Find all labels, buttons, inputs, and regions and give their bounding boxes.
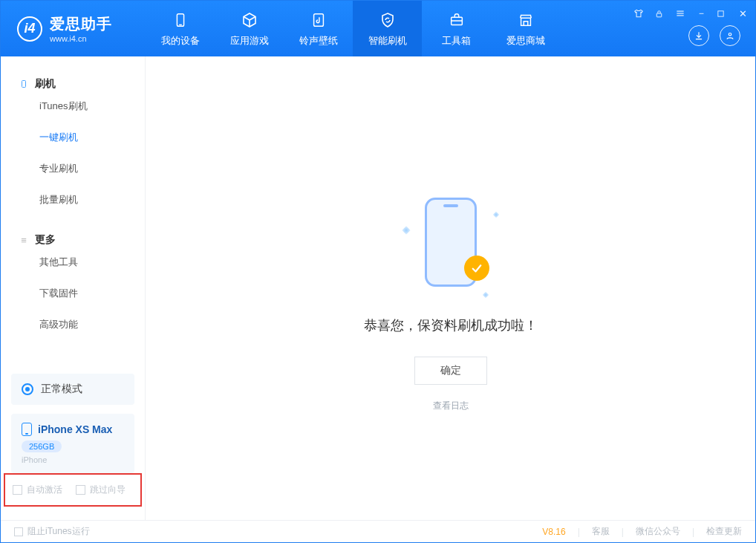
list-small-icon: ≡ xyxy=(19,235,29,246)
device-card[interactable]: iPhone XS Max 256GB iPhone xyxy=(11,414,134,473)
tab-label: 应用游戏 xyxy=(230,34,269,48)
checkbox-label: 阻止iTunes运行 xyxy=(27,525,90,538)
checkbox-label: 跳过向导 xyxy=(90,484,126,496)
store-icon xyxy=(516,10,535,30)
device-name: iPhone XS Max xyxy=(38,423,112,435)
lock-icon[interactable] xyxy=(654,9,665,19)
sidebar-group-title: 更多 xyxy=(35,233,56,247)
device-model: iPhone xyxy=(22,455,124,464)
mode-label: 正常模式 xyxy=(41,383,82,396)
logo-icon: i4 xyxy=(17,16,42,42)
app-title: 爱思助手 xyxy=(50,14,112,34)
separator: | xyxy=(692,527,694,537)
checkbox-label: 自动激活 xyxy=(27,484,62,496)
sidebar: 刷机 iTunes刷机 一键刷机 专业刷机 批量刷机 ≡ 更多 其他工具 下载固… xyxy=(1,56,146,520)
tab-label: 工具箱 xyxy=(442,34,471,48)
download-button[interactable] xyxy=(688,25,709,46)
minimize-button[interactable]: － xyxy=(696,7,706,20)
wechat-link[interactable]: 微信公众号 xyxy=(636,525,680,538)
auto-activate-checkbox[interactable]: 自动激活 xyxy=(13,484,62,496)
tab-toolbox[interactable]: 工具箱 xyxy=(422,1,491,56)
device-name-row: iPhone XS Max xyxy=(22,423,124,436)
separator: | xyxy=(622,527,624,537)
main-tabs: 我的设备 应用游戏 铃声壁纸 智能刷机 工具箱 爱思商城 xyxy=(146,1,560,56)
sidebar-item-advanced[interactable]: 高级功能 xyxy=(1,309,145,340)
sidebar-item-itunes-flash[interactable]: iTunes刷机 xyxy=(1,91,145,122)
success-illustration xyxy=(406,198,495,294)
account-buttons xyxy=(688,25,748,46)
logo-area: i4 爱思助手 www.i4.cn xyxy=(1,1,146,56)
tab-store[interactable]: 爱思商城 xyxy=(491,1,560,56)
close-button[interactable]: ✕ xyxy=(737,8,748,19)
app-subtitle: www.i4.cn xyxy=(50,34,112,43)
window-controls: － ✕ xyxy=(633,7,748,20)
checkbox-icon xyxy=(76,485,85,495)
sidebar-item-oneclick-flash[interactable]: 一键刷机 xyxy=(1,122,145,153)
ok-button[interactable]: 确定 xyxy=(414,357,487,385)
tab-apps-games[interactable]: 应用游戏 xyxy=(215,1,284,56)
tab-label: 爱思商城 xyxy=(506,34,545,48)
view-log-link[interactable]: 查看日志 xyxy=(433,400,469,412)
tab-label: 我的设备 xyxy=(161,34,200,48)
version-label: V8.16 xyxy=(542,527,565,537)
shield-refresh-icon xyxy=(378,10,397,30)
sidebar-bottom: 正常模式 iPhone XS Max 256GB iPhone 自动激活 跳过向… xyxy=(1,365,145,520)
toolbox-icon xyxy=(447,10,466,30)
sidebar-group-title: 刷机 xyxy=(35,77,56,91)
success-message: 恭喜您，保资料刷机成功啦！ xyxy=(364,316,538,334)
app-body: 刷机 iTunes刷机 一键刷机 专业刷机 批量刷机 ≡ 更多 其他工具 下载固… xyxy=(1,56,755,520)
header-right: － ✕ xyxy=(633,1,748,56)
sidebar-item-pro-flash[interactable]: 专业刷机 xyxy=(1,153,145,184)
sidebar-item-download-firmware[interactable]: 下载固件 xyxy=(1,278,145,309)
sidebar-item-other-tools[interactable]: 其他工具 xyxy=(1,247,145,278)
svg-rect-11 xyxy=(22,81,26,88)
phone-small-icon xyxy=(19,78,29,90)
sparkle-icon xyxy=(492,212,498,218)
logo-text: 爱思助手 www.i4.cn xyxy=(50,14,112,43)
device-icon xyxy=(171,10,190,30)
tab-label: 铃声壁纸 xyxy=(299,34,338,48)
music-file-icon xyxy=(309,10,328,30)
user-button[interactable] xyxy=(720,25,740,46)
separator: | xyxy=(578,527,580,537)
block-itunes-checkbox[interactable]: 阻止iTunes运行 xyxy=(14,525,90,538)
sidebar-scroll: 刷机 iTunes刷机 一键刷机 专业刷机 批量刷机 ≡ 更多 其他工具 下载固… xyxy=(1,56,145,365)
svg-rect-9 xyxy=(718,10,723,16)
footer-right: V8.16 | 客服 | 微信公众号 | 检查更新 xyxy=(542,525,742,538)
tab-ringtones-wallpapers[interactable]: 铃声壁纸 xyxy=(284,1,353,56)
flash-options-row: 自动激活 跳过向导 xyxy=(4,473,142,507)
checkbox-icon xyxy=(14,527,23,536)
tshirt-icon[interactable] xyxy=(633,8,644,19)
tab-my-device[interactable]: 我的设备 xyxy=(146,1,215,56)
device-phone-icon xyxy=(22,423,32,436)
menu-icon[interactable] xyxy=(675,8,685,19)
main-content: 恭喜您，保资料刷机成功啦！ 确定 查看日志 xyxy=(146,56,755,520)
support-link[interactable]: 客服 xyxy=(592,525,610,538)
check-update-link[interactable]: 检查更新 xyxy=(706,525,742,538)
tab-smart-flash[interactable]: 智能刷机 xyxy=(353,1,422,56)
mode-icon xyxy=(22,383,33,395)
status-bar: 阻止iTunes运行 V8.16 | 客服 | 微信公众号 | 检查更新 xyxy=(1,520,755,542)
svg-rect-2 xyxy=(313,13,323,26)
sparkle-icon xyxy=(482,292,488,298)
app-header: i4 爱思助手 www.i4.cn 我的设备 应用游戏 铃声壁纸 智能刷机 工具… xyxy=(1,1,755,56)
mode-card[interactable]: 正常模式 xyxy=(11,374,134,405)
maximize-button[interactable] xyxy=(717,10,727,18)
check-badge-icon xyxy=(464,256,489,281)
svg-point-10 xyxy=(729,33,731,36)
sparkle-icon xyxy=(402,226,410,234)
sidebar-group-more: ≡ 更多 xyxy=(1,226,145,247)
cube-icon xyxy=(240,10,259,30)
tab-label: 智能刷机 xyxy=(368,34,407,48)
device-capacity: 256GB xyxy=(22,440,62,452)
sidebar-item-batch-flash[interactable]: 批量刷机 xyxy=(1,184,145,215)
svg-rect-5 xyxy=(656,13,662,16)
sidebar-group-flash: 刷机 xyxy=(1,70,145,91)
skip-guide-checkbox[interactable]: 跳过向导 xyxy=(76,484,126,496)
checkbox-icon xyxy=(13,485,22,495)
